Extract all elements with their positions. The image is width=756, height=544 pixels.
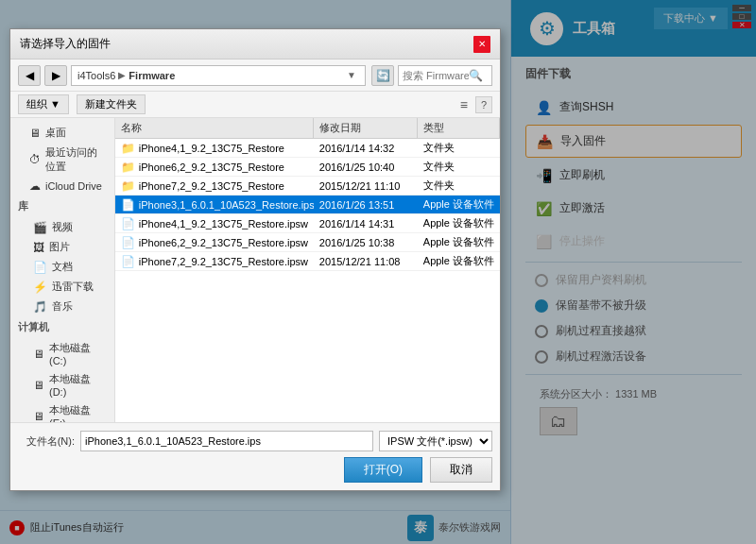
nav-item-icloud-label: iCloud Drive [45, 180, 102, 192]
drive-e-icon: 🖥 [33, 410, 44, 423]
file-name-cell: 📁 iPhone4,1_9.2_13C75_Restore [115, 140, 314, 157]
nav-item-drive-e[interactable]: 🖥 本地磁盘 (E:) [10, 400, 114, 422]
nav-item-pictures[interactable]: 🖼 图片 [10, 237, 114, 257]
file-type-cell: 文件夹 [418, 139, 500, 157]
folder-icon: 📁 [121, 179, 135, 193]
music-icon: 🎵 [33, 300, 47, 314]
file-type-cell: 文件夹 [418, 158, 500, 176]
xunlei-icon: ⚡ [33, 280, 47, 294]
nav-item-recent[interactable]: ⏱ 最近访问的位置 [10, 143, 114, 177]
file-name-cell: 📄 iPhone3,1_6.0.1_10A523_Restore.ipsw [115, 196, 314, 213]
nav-item-desktop[interactable]: 🖥 桌面 [10, 123, 114, 143]
nav-item-documents[interactable]: 📄 文档 [10, 257, 114, 277]
file-type-cell: Apple 设备软件 [418, 196, 500, 213]
icloud-icon: ☁ [29, 179, 41, 193]
ipsw-icon: 📄 [121, 255, 135, 268]
table-row[interactable]: 📁 iPhone6,2_9.2_13C75_Restore 2016/1/25 … [115, 158, 500, 177]
file-name-cell: 📄 iPhone7,2_9.2_13C75_Restore.ipsw [115, 253, 314, 270]
center-area: 请选择导入的固件 ✕ ◀ ▶ i4Tools6 ▶ Firmware ▼ 🔄 🔍 [0, 0, 756, 544]
search-input[interactable] [403, 70, 469, 81]
dialog-toolbar: 组织 ▼ 新建文件夹 ≡ ? [10, 92, 500, 118]
file-type-cell: Apple 设备软件 [418, 214, 500, 232]
ipsw-icon: 📄 [121, 217, 135, 230]
nav-item-music-label: 音乐 [52, 299, 73, 314]
file-type-cell: Apple 设备软件 [418, 252, 500, 270]
file-list-header: 名称 修改日期 类型 [115, 118, 500, 139]
nav-item-video-label: 视频 [52, 220, 73, 234]
nav-item-xunlei[interactable]: ⚡ 迅雷下载 [10, 277, 114, 297]
info-icon[interactable]: ? [475, 96, 492, 113]
search-box: 🔍 [398, 65, 492, 86]
filename-input[interactable] [80, 431, 373, 451]
file-date-cell: 2015/12/21 11:10 [314, 178, 418, 194]
refresh-button[interactable]: 🔄 [371, 65, 394, 86]
nav-item-drive-c[interactable]: 🖥 本地磁盘 (C:) [10, 338, 114, 369]
nav-item-drive-d-label: 本地磁盘 (D:) [49, 372, 107, 398]
col-type[interactable]: 类型 [418, 118, 500, 138]
filename-row: 文件名(N): IPSW 文件(*.ipsw) [18, 431, 492, 451]
filename-label: 文件名(N): [18, 434, 75, 449]
filetype-select[interactable]: IPSW 文件(*.ipsw) [379, 431, 492, 451]
video-icon: 🎬 [33, 221, 47, 234]
file-date-cell: 2016/1/14 14:32 [314, 141, 418, 156]
file-type-cell: Apple 设备软件 [418, 233, 500, 251]
file-date-cell: 2016/1/26 13:51 [314, 197, 418, 212]
drive-c-icon: 🖥 [33, 348, 44, 361]
nav-group-computer: 计算机 [10, 316, 114, 338]
dialog-actions: 打开(O) 取消 [18, 457, 492, 483]
dialog-title-text: 请选择导入的固件 [20, 36, 111, 52]
nav-item-music[interactable]: 🎵 音乐 [10, 297, 114, 316]
nav-item-documents-label: 文档 [52, 260, 73, 274]
nav-item-xunlei-label: 迅雷下载 [52, 280, 94, 294]
dialog-content: 🖥 桌面 ⏱ 最近访问的位置 ☁ iCloud Drive 库 🎬 视频 [10, 118, 500, 422]
file-date-cell: 2016/1/25 10:38 [314, 235, 418, 250]
dialog-bottom: 文件名(N): IPSW 文件(*.ipsw) 打开(O) 取消 [10, 422, 500, 490]
desktop-icon: 🖥 [29, 127, 41, 140]
file-date-cell: 2015/12/21 11:08 [314, 254, 418, 269]
table-row[interactable]: 📄 iPhone6,2_9.2_13C75_Restore.ipsw 2016/… [115, 233, 500, 252]
dialog-title-bar: 请选择导入的固件 ✕ [10, 29, 500, 60]
col-date[interactable]: 修改日期 [314, 118, 418, 138]
file-name-cell: 📄 iPhone6,2_9.2_13C75_Restore.ipsw [115, 234, 314, 251]
file-date-cell: 2016/1/25 10:40 [314, 160, 418, 175]
nav-item-icloud[interactable]: ☁ iCloud Drive [10, 177, 114, 196]
drive-d-icon: 🖥 [33, 379, 44, 392]
open-button[interactable]: 打开(O) [344, 457, 422, 483]
path-dropdown[interactable]: ▼ [347, 70, 356, 80]
folder-icon: 📁 [121, 161, 135, 174]
dialog-close-button[interactable]: ✕ [473, 36, 490, 53]
table-row[interactable]: 📄 iPhone4,1_9.2_13C75_Restore.ipsw 2016/… [115, 214, 500, 233]
file-list-panel: 名称 修改日期 类型 📁 iPhone4,1_9.2_13C75_Restore… [115, 118, 500, 422]
table-row[interactable]: 📄 iPhone7,2_9.2_13C75_Restore.ipsw 2015/… [115, 252, 500, 271]
forward-button[interactable]: ▶ [44, 65, 67, 86]
dialog-nav: ◀ ▶ i4Tools6 ▶ Firmware ▼ 🔄 🔍 [10, 60, 500, 92]
ipsw-icon: 📄 [121, 236, 135, 249]
nav-item-desktop-label: 桌面 [45, 126, 66, 140]
nav-item-drive-d[interactable]: 🖥 本地磁盘 (D:) [10, 369, 114, 400]
ipsw-icon: 📄 [121, 198, 135, 212]
file-date-cell: 2016/1/14 14:31 [314, 216, 418, 231]
organize-button[interactable]: 组织 ▼ [18, 94, 69, 114]
nav-item-drive-c-label: 本地磁盘 (C:) [49, 341, 107, 366]
documents-icon: 📄 [33, 261, 47, 274]
path-display: i4Tools6 ▶ Firmware ▼ [71, 65, 366, 86]
nav-item-pictures-label: 图片 [49, 240, 70, 254]
back-button[interactable]: ◀ [18, 65, 41, 86]
nav-item-recent-label: 最近访问的位置 [45, 145, 107, 174]
cancel-button[interactable]: 取消 [430, 457, 492, 483]
nav-item-drive-e-label: 本地磁盘 (E:) [49, 403, 107, 422]
recent-icon: ⏱ [29, 153, 41, 166]
file-type-cell: 文件夹 [418, 177, 500, 195]
nav-panel: 🖥 桌面 ⏱ 最近访问的位置 ☁ iCloud Drive 库 🎬 视频 [10, 118, 115, 422]
table-row[interactable]: 📁 iPhone7,2_9.2_13C75_Restore 2015/12/21… [115, 177, 500, 196]
table-row[interactable]: 📁 iPhone4,1_9.2_13C75_Restore 2016/1/14 … [115, 139, 500, 158]
table-row[interactable]: 📄 iPhone3,1_6.0.1_10A523_Restore.ipsw 20… [115, 196, 500, 214]
new-folder-button[interactable]: 新建文件夹 [77, 94, 146, 114]
col-name[interactable]: 名称 [115, 118, 314, 138]
nav-group-library: 库 [10, 196, 114, 217]
nav-item-video[interactable]: 🎬 视频 [10, 217, 114, 237]
folder-icon: 📁 [121, 142, 135, 155]
view-icon[interactable]: ≡ [460, 97, 468, 112]
file-name-cell: 📄 iPhone4,1_9.2_13C75_Restore.ipsw [115, 215, 314, 232]
file-name-cell: 📁 iPhone7,2_9.2_13C75_Restore [115, 178, 314, 195]
